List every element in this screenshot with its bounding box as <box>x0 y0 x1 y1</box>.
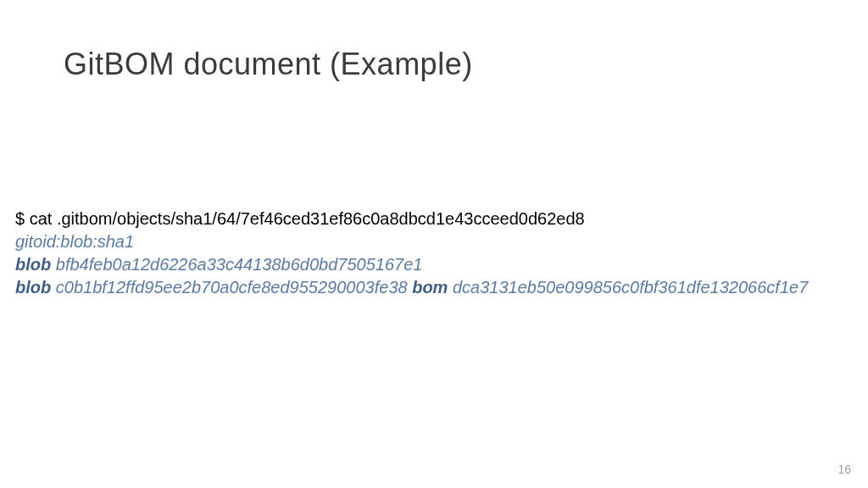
slide-content: $ cat .gitbom/objects/sha1/64/7ef46ced31… <box>15 208 853 299</box>
blob-hash: bfb4feb0a12d6226a33c44138b6d0bd7505167e1 <box>56 255 423 274</box>
blob-entry-2: blob c0b1bf12ffd95ee2b70a0cfe8ed95529000… <box>15 276 853 299</box>
page-number: 16 <box>837 463 851 476</box>
gitoid-header: gitoid:blob:sha1 <box>15 230 853 253</box>
slide-title: GitBOM document (Example) <box>64 47 473 82</box>
command-line: $ cat .gitbom/objects/sha1/64/7ef46ced31… <box>15 208 853 230</box>
blob-keyword: blob <box>15 255 51 274</box>
blob-entry-1: blob bfb4feb0a12d6226a33c44138b6d0bd7505… <box>15 253 853 276</box>
blob-hash: c0b1bf12ffd95ee2b70a0cfe8ed955290003fe38 <box>56 278 408 297</box>
bom-hash: dca3131eb50e099856c0fbf361dfe132066cf1e7 <box>453 278 808 297</box>
blob-keyword: blob <box>15 278 51 297</box>
bom-keyword: bom <box>412 278 448 297</box>
